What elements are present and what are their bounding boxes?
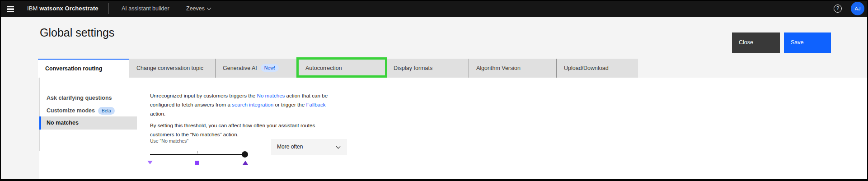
no-matches-threshold-slider-group: Use "No matches" xyxy=(150,138,254,165)
description-text: Unrecognized input by customers triggers… xyxy=(150,91,353,139)
marker-triangle-up-icon xyxy=(243,161,248,165)
brand-title[interactable]: IBM watsonx Orchestrate xyxy=(27,0,99,17)
marker-square-icon xyxy=(195,161,199,165)
slider-label: Use "No matches" xyxy=(150,138,254,144)
app-window: IBM watsonx Orchestrate AI assistant bui… xyxy=(0,0,868,181)
slider-midpoint-tick xyxy=(197,151,198,153)
page-title: Global settings xyxy=(40,26,114,39)
top-header-bar: IBM watsonx Orchestrate AI assistant bui… xyxy=(0,0,868,17)
marker-triangle-down-icon xyxy=(147,161,153,164)
save-button[interactable]: Save xyxy=(784,32,831,53)
tab-algorithm-version[interactable]: Algorithm Version xyxy=(469,59,556,78)
hamburger-menu-icon[interactable] xyxy=(7,6,14,11)
beta-badge: Beta xyxy=(98,107,115,115)
tab-generative-ai[interactable]: Generative AINew! xyxy=(215,59,298,78)
header-divider xyxy=(108,3,109,14)
tab-conversation-routing[interactable]: Conversation routing xyxy=(38,59,129,78)
tab-display-formats[interactable]: Display formats xyxy=(386,59,469,78)
brand-product-name: watsonx Orchestrate xyxy=(39,5,99,12)
settings-tab-bar: Conversation routing Change conversation… xyxy=(38,59,638,78)
paragraph-threshold: By setting this threshold, you can affec… xyxy=(150,121,353,139)
close-button[interactable]: Close xyxy=(732,32,780,53)
help-icon[interactable]: ? xyxy=(834,5,842,13)
tab-change-conversation-topic[interactable]: Change conversation topic xyxy=(129,59,215,78)
slider-handle[interactable] xyxy=(242,151,248,158)
slider-track-line xyxy=(150,154,246,155)
slider-track[interactable] xyxy=(150,149,246,157)
no-matches-link[interactable]: No matches xyxy=(257,93,285,98)
fallback-link[interactable]: Fallback xyxy=(306,102,325,107)
tab-upload-download[interactable]: Upload/Download xyxy=(556,59,638,78)
chevron-down-icon[interactable] xyxy=(207,6,211,10)
frequency-dropdown-value: More often xyxy=(271,139,347,155)
sidebar-item-no-matches[interactable]: No matches xyxy=(39,116,137,130)
nav-ai-assistant-builder[interactable]: AI assistant builder xyxy=(122,0,169,17)
sidebar-item-ask-clarifying-questions[interactable]: Ask clarifying questions xyxy=(47,95,112,101)
avatar[interactable]: AJ xyxy=(851,2,864,15)
paragraph-intro: Unrecognized input by customers triggers… xyxy=(150,91,353,118)
search-integration-link[interactable]: search integration xyxy=(232,102,273,107)
brand-prefix: IBM xyxy=(27,5,38,12)
tab-autocorrection[interactable]: Autocorrection xyxy=(298,59,386,78)
frequency-dropdown[interactable]: More often xyxy=(271,139,347,155)
assistant-switcher[interactable]: Zeeves xyxy=(186,0,205,17)
new-badge: New! xyxy=(261,64,279,72)
slider-markers xyxy=(150,161,254,165)
sidenav-divider xyxy=(39,78,40,151)
sidebar-item-customize-modes[interactable]: Customize modesBeta xyxy=(47,107,115,115)
